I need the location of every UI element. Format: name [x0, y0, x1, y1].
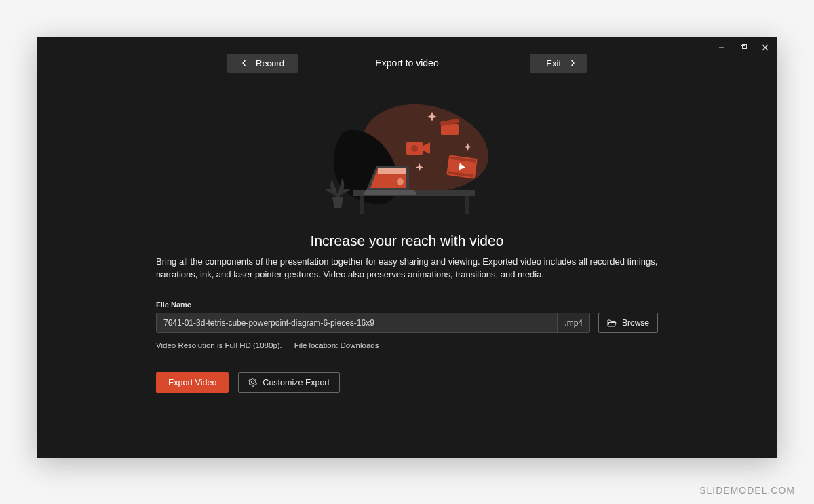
chevron-right-icon	[569, 60, 576, 66]
file-extension: .mp4	[557, 313, 589, 332]
hero-subtitle: Bring all the components of the presenta…	[156, 256, 658, 282]
svg-rect-6	[360, 196, 364, 214]
hero-title: Increase your reach with video	[156, 233, 658, 249]
close-button[interactable]	[760, 43, 770, 52]
meta-row: Video Resolution is Full HD (1080p). Fil…	[156, 341, 658, 349]
browse-button[interactable]: Browse	[598, 313, 658, 333]
exit-label: Exit	[546, 58, 561, 69]
window-controls	[717, 43, 770, 52]
hero-illustration	[37, 98, 777, 227]
watermark: SLIDEMODEL.COM	[699, 485, 795, 496]
filename-input[interactable]	[157, 313, 557, 332]
action-row: Export Video Customize Export	[156, 372, 658, 393]
location-info: File location: Downloads	[294, 341, 379, 349]
svg-rect-7	[465, 196, 469, 214]
export-video-button[interactable]: Export Video	[156, 372, 229, 393]
record-label: Record	[256, 58, 284, 69]
svg-rect-8	[378, 168, 406, 174]
minimize-button[interactable]	[717, 43, 726, 52]
filename-label: File Name	[156, 301, 658, 309]
svg-point-11	[411, 145, 418, 152]
browse-label: Browse	[622, 318, 649, 328]
customize-label: Customize Export	[263, 378, 330, 387]
customize-export-button[interactable]: Customize Export	[238, 372, 340, 393]
file-row: .mp4 Browse	[156, 313, 658, 333]
export-to-video-window: Record Export to video Exit	[37, 37, 777, 458]
topbar: Record Export to video Exit	[37, 37, 777, 73]
exit-button[interactable]: Exit	[530, 54, 587, 73]
record-button[interactable]: Record	[227, 54, 298, 73]
svg-rect-2	[742, 44, 746, 48]
chevron-left-icon	[241, 60, 248, 66]
content-area: Increase your reach with video Bring all…	[37, 227, 777, 393]
resolution-info: Video Resolution is Full HD (1080p).	[156, 341, 282, 349]
gear-icon	[248, 378, 257, 387]
maximize-button[interactable]	[739, 43, 748, 52]
filename-input-wrap: .mp4	[156, 313, 590, 333]
folder-open-icon	[607, 319, 617, 327]
page-title: Export to video	[37, 58, 777, 69]
svg-rect-1	[741, 45, 745, 50]
svg-point-9	[397, 178, 404, 185]
